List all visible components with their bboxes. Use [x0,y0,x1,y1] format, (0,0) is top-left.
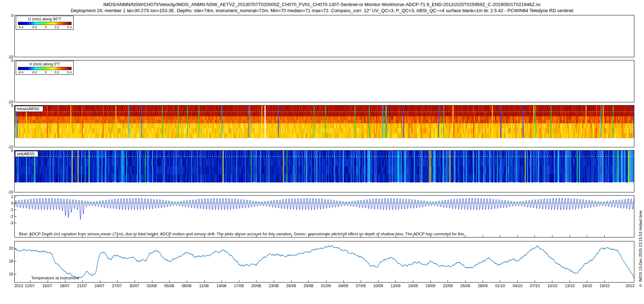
year-label-left: 2013 [14,284,23,288]
x-tick-label: 11/08 [199,284,209,288]
x-tick-label: 14/08 [216,284,226,288]
x-tick-label: 27/07 [112,284,122,288]
colorbar-tick-label: 0.2 [55,25,59,29]
x-tick-label: 02/08 [147,284,157,288]
x-tick-label: 01/09 [321,284,331,288]
std-absi-heatmap-canvas [15,151,634,192]
x-tick-label: 22/09 [443,284,453,288]
y-tick-label: 0 [1,148,13,153]
y-tick-label: -2 [1,214,13,219]
colorbar-v-ticks: -0.4 -0.2 0 0.2 0.4 [18,70,72,74]
panel-v-velocity: V (m/s) along 0°T -0.4 -0.2 0 0.2 0.4 0-… [14,60,634,102]
x-tick-label: 23/08 [269,284,279,288]
page-root: { "header": { "title_line1": "IMOS/ANMN/… [0,0,644,304]
colorbar-tick-label: -0.4 [18,25,24,29]
x-tick-label: 07/09 [356,284,366,288]
std-absi-label: std(ABSI) [15,151,38,157]
y-tick-label: 0 [1,13,13,18]
colorbar-u-title: U (m/s) along 90°T [18,17,72,21]
x-tick-label: 04/10 [513,284,523,288]
x-tick-label: 10/10 [547,284,557,288]
colorbar-tick-label: 0.4 [67,25,72,29]
y-tick-label: 0 [1,58,13,63]
jet-colorbar-gradient [18,67,72,70]
colorbar-tick-label: 0.2 [55,70,59,74]
y-tick-label: 16 [1,272,13,276]
x-tick-label: 04/09 [338,284,348,288]
x-tick-label: 19/09 [425,284,435,288]
x-tick-label: 30/07 [130,284,140,288]
x-axis-labels: 2013 2013 12/0715/0718/0721/0724/0727/07… [14,284,634,289]
x-tick-label: 24/07 [94,284,104,288]
x-tick-label: 13/09 [391,284,401,288]
mean-absi-label: mean(ABSI) [15,106,43,112]
colorbar-tick-label: 0.4 [67,70,72,74]
year-label-right: 2013 [626,284,634,288]
panel-mean-absi: mean(ABSI) 0-10 [14,105,634,147]
colorbar-tick-label: -0.2 [31,25,37,29]
colorbar-tick-label: -0.4 [18,70,24,74]
panel-std-absi: std(ABSI) 0-10 [14,150,634,192]
y-tick-label: -10 [1,190,13,194]
x-tick-label: 19/10 [600,284,610,288]
x-tick-label: 26/08 [286,284,296,288]
panel-temperature: Temperature at instrument 201816 [14,241,634,283]
mean-absi-heatmap-canvas [15,106,634,147]
x-tick-label: 05/08 [164,284,174,288]
x-tick-label: 21/07 [77,284,87,288]
imos-watermark: © IMOS 13-Dec-2025 23:15:53 Hobart time [638,210,643,288]
figure-title-filename: IMOS/ANMN/NSW/CH070/Velocity/IMOS_ANMN-N… [0,2,644,7]
depth-annotation: Blue: ADCP Depth (m) variation from sens… [19,232,465,236]
y-tick-label: -1 [1,207,13,212]
y-tick-label: 1 [1,195,13,199]
x-tick-label: 10/09 [373,284,383,288]
y-tick-label: -3 [1,221,13,225]
x-tick-label: 20/08 [251,284,261,288]
y-tick-label: 0 [1,103,13,108]
colorbar-u-ticks: -0.4 -0.2 0 0.2 0.4 [18,25,72,29]
x-tick-label: 08/08 [182,284,192,288]
y-tick-label: 0 [1,201,13,205]
x-tick-label: 01/10 [495,284,505,288]
temperature-label: Temperature at instrument [31,276,79,280]
x-tick-label: 07/10 [530,284,540,288]
jet-colorbar-gradient [18,22,72,25]
colorbar-v: V (m/s) along 0°T -0.4 -0.2 0 0.2 0.4 [16,61,74,75]
colorbar-tick-label: 0 [45,70,47,74]
x-tick-label: 16/10 [582,284,592,288]
colorbar-v-title: V (m/s) along 0°T [18,62,72,66]
x-tick-label: 16/09 [408,284,418,288]
temperature-canvas [15,241,634,282]
x-tick-label: 12/07 [25,284,35,288]
colorbar-tick-label: 0 [45,25,47,29]
colorbar-tick-label: -0.2 [31,70,37,74]
colorbar-u: U (m/s) along 90°T -0.4 -0.2 0 0.2 0.4 [16,16,74,30]
panel-u-velocity: U (m/s) along 90°T -0.4 -0.2 0 0.2 0.4 0… [14,15,634,57]
x-tick-label: 28/09 [478,284,488,288]
y-tick-label: 20 [1,246,13,250]
depth-variation-canvas [15,196,634,237]
figure-title-deployment-info: Deployment 24, member 1 lat=30.27S lon=1… [0,8,644,13]
x-tick-label: 29/08 [303,284,313,288]
x-tick-label: 18/07 [60,284,70,288]
x-tick-label: 17/08 [234,284,244,288]
panel-depth-variation: Blue: ADCP Depth (m) variation from sens… [14,195,634,237]
x-tick-label: 25/09 [460,284,470,288]
y-tick-label: 18 [1,259,13,263]
x-tick-label: 15/07 [42,284,52,288]
x-tick-label: 13/10 [565,284,575,288]
